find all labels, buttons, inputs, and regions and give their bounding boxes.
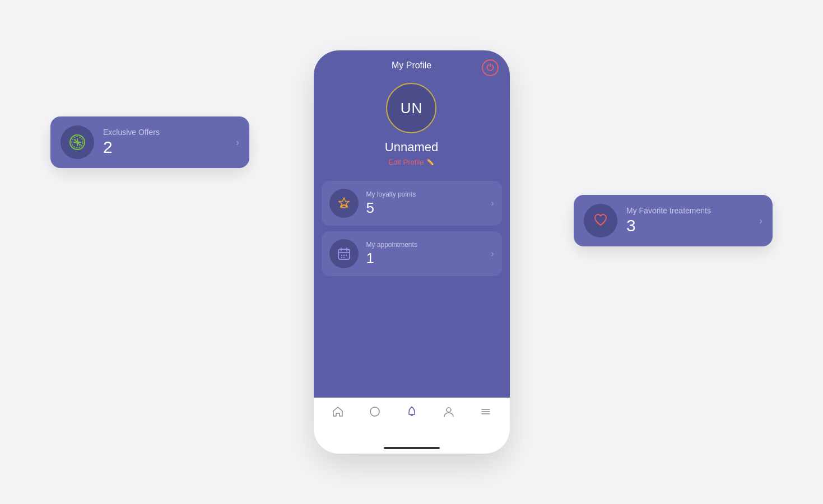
bottom-nav <box>314 398 510 454</box>
favorite-treatments-chevron: › <box>759 215 762 227</box>
favorite-treatments-card[interactable]: My Favorite treatements 3 › <box>574 195 773 246</box>
phone-shell: My Profile UN Unnamed Edit Profile ✏️ <box>314 50 510 454</box>
badge-icon <box>69 134 86 151</box>
phone-screen-top: My Profile UN Unnamed Edit Profile ✏️ <box>314 50 510 398</box>
edit-profile-label: Edit Profile <box>389 158 424 166</box>
svg-point-18 <box>370 407 379 416</box>
nav-search[interactable] <box>369 405 381 418</box>
exclusive-offers-chevron: › <box>236 137 239 148</box>
nav-profile[interactable] <box>443 405 455 418</box>
exclusive-offers-value: 2 <box>103 138 227 157</box>
cards-area: My loyalty points 5 › <box>314 181 510 276</box>
appointments-label: My appointments <box>366 241 483 249</box>
exclusive-offers-icon-wrap <box>61 125 94 159</box>
loyalty-icon-wrap <box>329 189 359 218</box>
exclusive-offers-card[interactable]: Exclusive Offers 2 › <box>50 116 249 168</box>
exclusive-offers-text: Exclusive Offers 2 <box>103 128 227 157</box>
nav-menu[interactable] <box>480 405 492 418</box>
svg-point-13 <box>341 255 342 256</box>
power-icon <box>486 63 494 72</box>
svg-point-7 <box>79 144 81 146</box>
appointments-chevron: › <box>491 249 494 259</box>
loyalty-points-text: My loyalty points 5 <box>366 190 483 217</box>
svg-point-16 <box>341 257 342 258</box>
appointments-value: 1 <box>366 250 483 267</box>
favorite-treatments-value: 3 <box>626 216 750 235</box>
avatar-section: UN Unnamed Edit Profile ✏️ <box>385 77 438 175</box>
home-indicator <box>384 447 440 449</box>
loyalty-points-label: My loyalty points <box>366 190 483 198</box>
nav-home[interactable] <box>332 405 344 418</box>
favorite-treatments-label: My Favorite treatements <box>626 206 750 215</box>
svg-point-14 <box>343 255 344 256</box>
user-name: Unnamed <box>385 140 438 155</box>
appointments-icon-wrap <box>329 239 359 268</box>
svg-point-15 <box>345 255 346 256</box>
loyalty-points-value: 5 <box>366 199 483 217</box>
loyalty-points-card[interactable]: My loyalty points 5 › <box>322 181 502 226</box>
calendar-icon <box>337 246 351 261</box>
appointments-card[interactable]: My appointments 1 › <box>322 231 502 276</box>
pencil-icon: ✏️ <box>426 158 434 166</box>
header-bar: My Profile <box>314 50 510 77</box>
nav-bell[interactable] <box>406 405 418 418</box>
avatar-initials: UN <box>401 100 423 117</box>
svg-point-17 <box>343 257 344 258</box>
svg-point-6 <box>74 139 76 141</box>
heart-icon <box>593 213 608 228</box>
svg-point-20 <box>447 408 451 412</box>
loyalty-chevron: › <box>491 198 494 208</box>
star-icon <box>337 196 351 211</box>
avatar: UN <box>386 83 436 133</box>
exclusive-offers-label: Exclusive Offers <box>103 128 227 137</box>
favorite-treatments-text: My Favorite treatements 3 <box>626 206 750 235</box>
favorite-treatments-icon-wrap <box>584 204 617 237</box>
edit-profile-link[interactable]: Edit Profile ✏️ <box>389 158 435 166</box>
appointments-text: My appointments 1 <box>366 241 483 267</box>
power-button[interactable] <box>482 59 499 76</box>
page-title: My Profile <box>392 60 431 71</box>
